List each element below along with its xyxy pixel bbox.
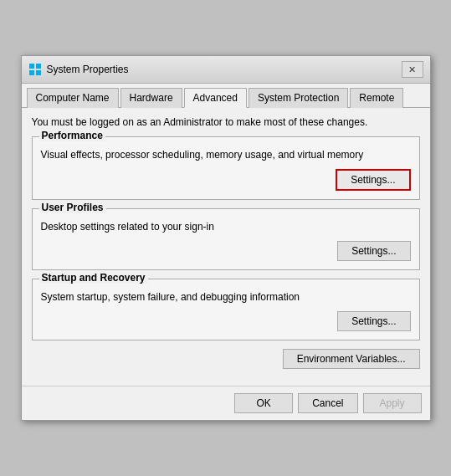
user-profiles-description: Desktop settings related to your sign-in: [41, 221, 411, 233]
close-button[interactable]: ✕: [402, 61, 423, 78]
user-profiles-section: User Profiles Desktop settings related t…: [32, 208, 420, 270]
window-icon: [28, 63, 42, 76]
startup-recovery-button-row: Settings...: [41, 311, 411, 331]
performance-button-row: Settings...: [41, 169, 411, 191]
svg-rect-0: [29, 64, 34, 69]
startup-recovery-settings-button[interactable]: Settings...: [337, 311, 410, 331]
startup-recovery-section: Startup and Recovery System startup, sys…: [32, 279, 420, 340]
user-profiles-settings-button[interactable]: Settings...: [337, 241, 410, 261]
bottom-button-bar: OK Cancel Apply: [22, 386, 430, 420]
title-bar-controls: ✕: [402, 61, 423, 78]
environment-variables-row: Environment Variables...: [32, 349, 420, 369]
startup-recovery-description: System startup, system failure, and debu…: [41, 291, 411, 303]
system-properties-window: System Properties ✕ Computer Name Hardwa…: [21, 55, 431, 421]
tab-hardware[interactable]: Hardware: [120, 88, 182, 108]
user-profiles-button-row: Settings...: [41, 241, 411, 261]
tab-system-protection[interactable]: System Protection: [249, 88, 348, 108]
performance-title: Performance: [39, 130, 105, 141]
svg-rect-3: [36, 70, 41, 75]
title-bar-left: System Properties: [28, 63, 129, 76]
title-bar: System Properties ✕: [22, 56, 430, 84]
tab-bar: Computer Name Hardware Advanced System P…: [22, 84, 430, 108]
environment-variables-button[interactable]: Environment Variables...: [283, 349, 420, 369]
svg-rect-1: [36, 64, 41, 69]
apply-button[interactable]: Apply: [363, 393, 422, 413]
window-title: System Properties: [47, 64, 129, 75]
svg-rect-2: [29, 70, 34, 75]
cancel-button[interactable]: Cancel: [298, 393, 357, 413]
tab-computer-name[interactable]: Computer Name: [27, 88, 119, 108]
performance-description: Visual effects, processor scheduling, me…: [41, 149, 411, 161]
performance-section: Performance Visual effects, processor sc…: [32, 136, 420, 200]
user-profiles-title: User Profiles: [39, 202, 106, 213]
startup-recovery-title: Startup and Recovery: [39, 272, 148, 284]
tab-remote[interactable]: Remote: [350, 88, 403, 108]
admin-notice: You must be logged on as an Administrato…: [32, 116, 420, 128]
ok-button[interactable]: OK: [234, 393, 293, 413]
tab-content: You must be logged on as an Administrato…: [22, 108, 430, 386]
performance-settings-button[interactable]: Settings...: [336, 169, 410, 191]
tab-advanced[interactable]: Advanced: [184, 88, 247, 108]
